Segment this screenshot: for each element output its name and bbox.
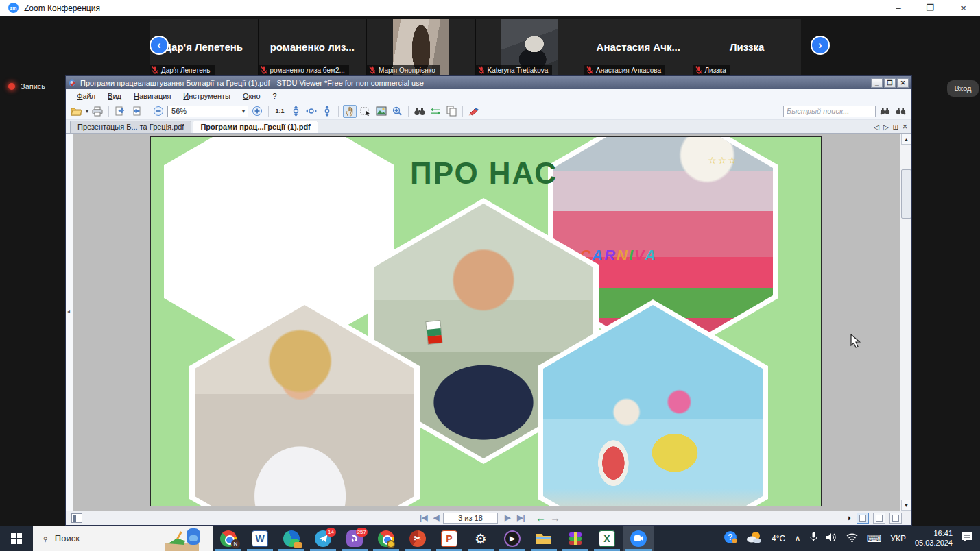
taskbar-clock[interactable]: 16:41 05.03.2024	[915, 529, 953, 548]
tray-overflow-chevron-icon[interactable]: ∧	[794, 533, 801, 543]
menu-file[interactable]: Файл	[71, 90, 101, 101]
swap-pages-icon[interactable]	[429, 105, 442, 118]
vertical-scrollbar[interactable]: ▲ ▼	[900, 134, 911, 511]
select-text-icon[interactable]	[359, 105, 372, 118]
weather-icon[interactable]	[746, 530, 763, 547]
participant-tile[interactable]: Анастасия Ачк... Анастасия Ачкасова	[584, 19, 693, 75]
fit-width-icon[interactable]	[304, 105, 318, 118]
tab-close-icon[interactable]: ×	[903, 122, 907, 132]
print-icon[interactable]	[91, 105, 104, 118]
toggle-sidebar-button[interactable]	[71, 513, 82, 523]
zoom-region-icon[interactable]	[390, 105, 404, 118]
keyboard-tray-icon[interactable]: ⌨	[867, 532, 882, 545]
history-forward-icon[interactable]: →	[550, 513, 560, 523]
menu-window[interactable]: Окно	[237, 90, 266, 101]
tab-list-icon[interactable]: ⊞	[893, 123, 898, 131]
tab-scroll-right-icon[interactable]: ▷	[883, 123, 889, 131]
stdu-minimize-button[interactable]: _	[871, 78, 883, 88]
taskbar-app-winrar[interactable]	[560, 526, 591, 551]
stdu-close-button[interactable]: ✕	[897, 78, 909, 88]
fit-page-icon[interactable]	[289, 105, 302, 118]
import-page-icon[interactable]	[129, 105, 143, 118]
continuous-layout-button[interactable]	[889, 513, 902, 524]
menu-help[interactable]: ?	[267, 90, 283, 101]
taskbar-app-snip[interactable]: ✂	[402, 526, 433, 551]
previous-page-button[interactable]: ◀	[433, 513, 439, 522]
taskbar-app-explorer[interactable]	[528, 526, 560, 551]
highlighter-icon[interactable]	[467, 105, 481, 118]
find-previous-icon[interactable]	[878, 105, 892, 118]
participant-tile[interactable]: Марія Онопрієнко	[367, 19, 475, 75]
find-next-icon[interactable]	[894, 105, 907, 118]
rotate-page-icon[interactable]: ◑	[846, 513, 851, 523]
menu-navigation[interactable]: Навигация	[128, 90, 176, 101]
temperature-label[interactable]: 4°C	[772, 534, 785, 543]
first-page-button[interactable]: |◀	[420, 513, 428, 522]
document-tab[interactable]: Презентацыя Б... та Греція.pdf	[70, 121, 191, 133]
taskbar-search[interactable]: ⌕ Поиск	[33, 526, 213, 551]
single-page-layout-button[interactable]	[857, 513, 869, 524]
participant-tile[interactable]: романенко лиз... романенко лиза бем2...	[259, 19, 367, 75]
document-area[interactable]: ◂ ☆☆☆ CARNIVA	[66, 134, 911, 511]
search-binoculars-icon[interactable]	[413, 105, 427, 118]
document-tab-active[interactable]: Програми прац...Греції (1).pdf	[193, 121, 318, 133]
taskbar-app-word[interactable]: W	[244, 526, 276, 551]
strip-prev-button[interactable]: ‹	[150, 36, 169, 55]
pdf-page[interactable]: ☆☆☆ CARNIVA ПРО НАС	[150, 136, 822, 506]
history-back-icon[interactable]: ←	[536, 513, 546, 523]
taskbar-app-excel[interactable]: X	[591, 526, 623, 551]
taskbar-app-powerpoint[interactable]: P	[433, 526, 465, 551]
strip-next-button[interactable]: ›	[811, 36, 830, 55]
notification-center-icon[interactable]	[961, 532, 973, 545]
next-page-button[interactable]: ▶	[505, 513, 510, 522]
fit-height-icon[interactable]	[320, 105, 334, 118]
menu-view[interactable]: Вид	[102, 90, 127, 101]
zoom-restore-button[interactable]: ❐	[918, 0, 942, 16]
viber-badge: 257	[356, 528, 368, 537]
tab-scroll-left-icon[interactable]: ◁	[874, 123, 879, 131]
facing-pages-layout-button[interactable]	[873, 513, 885, 524]
participant-tile[interactable]: Kateryna Tretiakova	[476, 19, 584, 75]
scroll-up-icon[interactable]: ▲	[901, 134, 911, 145]
taskbar-app-media-player[interactable]: ▶	[497, 526, 528, 551]
hand-tool-icon[interactable]	[343, 105, 357, 118]
taskbar-app-chrome-profile2[interactable]	[370, 526, 402, 551]
language-indicator[interactable]: УКР	[890, 534, 906, 543]
taskbar-app-chrome[interactable]: N	[213, 526, 244, 551]
zoom-level-combobox[interactable]: 56% ▾	[167, 106, 248, 117]
zoom-out-icon[interactable]	[152, 105, 165, 118]
volume-tray-icon[interactable]	[826, 532, 837, 545]
taskbar-app-telegram[interactable]: 14	[307, 526, 339, 551]
taskbar-app-settings[interactable]: ⚙	[465, 526, 497, 551]
taskbar-app-zoom[interactable]	[623, 526, 654, 551]
zoom-minimize-button[interactable]: –	[887, 0, 910, 16]
export-page-icon[interactable]	[113, 105, 127, 118]
open-file-icon[interactable]	[70, 105, 84, 118]
scroll-down-icon[interactable]: ▼	[901, 500, 911, 511]
select-image-icon[interactable]	[374, 105, 388, 118]
copy-pages-icon[interactable]	[444, 105, 458, 118]
last-page-button[interactable]: ▶|	[517, 513, 525, 522]
taskbar-app-edge[interactable]	[276, 526, 307, 551]
participant-name-label: Дар'я Лепетень	[150, 65, 215, 75]
login-button[interactable]: Вход	[947, 80, 979, 97]
start-button[interactable]	[0, 526, 33, 551]
search-icon: ⌕	[39, 532, 51, 545]
open-file-dropdown-icon[interactable]: ▾	[86, 108, 88, 114]
zoom-in-icon[interactable]	[250, 105, 264, 118]
quick-search-input[interactable]	[783, 106, 876, 117]
zoom-close-button[interactable]: ×	[952, 0, 975, 16]
microphone-tray-icon[interactable]	[810, 532, 817, 545]
page-indicator[interactable]: 3 из 18	[443, 513, 498, 524]
wifi-tray-icon[interactable]	[846, 532, 858, 545]
menu-tools[interactable]: Инструменты	[178, 90, 236, 101]
scrollbar-thumb[interactable]	[901, 169, 911, 219]
taskbar-app-viber[interactable]: 257	[339, 526, 370, 551]
stdu-titlebar[interactable]: Програми працевлаштування Болгарії та Гр…	[66, 76, 911, 89]
help-tray-icon[interactable]: ?	[724, 530, 737, 547]
zoom-dropdown-icon[interactable]: ▾	[239, 106, 248, 117]
participant-tile[interactable]: Лиззка Лиззка	[693, 19, 802, 75]
stdu-restore-button[interactable]: ❐	[884, 78, 896, 88]
actual-size-icon[interactable]: 1:1	[273, 105, 287, 118]
sidebar-splitter[interactable]: ◂	[66, 134, 73, 511]
